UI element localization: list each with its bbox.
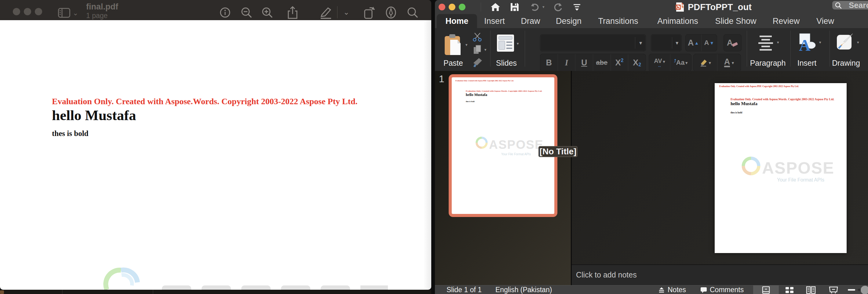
- tab-review[interactable]: Review: [772, 14, 800, 28]
- desktop-strip: [0, 290, 431, 294]
- sidebar-chevron-icon[interactable]: ⌄: [73, 9, 78, 17]
- slide-thumbnail[interactable]: Evaluation Only. Created with Aspose.PDF…: [449, 74, 557, 217]
- sidebar-toggle-icon[interactable]: [58, 8, 70, 18]
- info-icon[interactable]: [219, 7, 231, 18]
- zoom-out-icon[interactable]: [241, 7, 252, 18]
- slideshow-view-icon[interactable]: [829, 286, 838, 294]
- font-color-button[interactable]: A ▾: [717, 54, 741, 71]
- change-case-button[interactable]: ⤴ Aa▾: [671, 54, 691, 71]
- strikethrough-button[interactable]: abe: [593, 54, 611, 71]
- font-size-dropdown-icon[interactable]: ▼: [675, 41, 679, 45]
- slide-body-text: thes is bold: [731, 111, 742, 114]
- search-field[interactable]: Searc: [832, 1, 868, 9]
- zoom-slider-knob[interactable]: [861, 286, 868, 294]
- tab-design[interactable]: Design: [555, 14, 582, 28]
- character-spacing-button[interactable]: AV▾ ↔: [649, 54, 671, 71]
- tab-transitions[interactable]: Transitions: [597, 14, 640, 28]
- font-style-buttons: B I U abe X 2 X 2: [540, 54, 646, 71]
- normal-view-button[interactable]: [753, 286, 779, 294]
- notes-toggle-icon[interactable]: [658, 287, 665, 293]
- markup-highlight-icon[interactable]: [318, 6, 332, 19]
- slide-canvas[interactable]: Evaluation Only. Created with Aspose.PDF…: [715, 83, 847, 253]
- font-name-select[interactable]: ▼: [540, 34, 646, 51]
- notes-placeholder[interactable]: Click to add notes: [576, 270, 637, 279]
- rotate-icon[interactable]: [363, 5, 376, 20]
- minimize-button[interactable]: [24, 8, 31, 15]
- tab-draw[interactable]: Draw: [520, 14, 541, 28]
- zoom-button[interactable]: [35, 8, 42, 15]
- drawing-icon[interactable]: [836, 33, 855, 52]
- markup-chevron-icon[interactable]: ⌄: [343, 8, 349, 17]
- paste-dropdown-icon[interactable]: ▾: [465, 43, 468, 47]
- notes-pane[interactable]: Click to add notes: [572, 264, 868, 286]
- markup-pen-icon[interactable]: [385, 6, 397, 19]
- tab-slide-show[interactable]: Slide Show: [713, 14, 758, 28]
- reading-view-icon[interactable]: [806, 286, 816, 294]
- close-button[interactable]: [439, 4, 445, 10]
- format-painter-icon[interactable]: [472, 57, 483, 68]
- paste-label[interactable]: Paste: [440, 59, 466, 67]
- zoom-out-button[interactable]: [848, 289, 855, 291]
- redo-icon[interactable]: [553, 3, 563, 11]
- paragraph-label[interactable]: Paragraph: [749, 59, 786, 67]
- highlighter-icon: [700, 59, 708, 67]
- highlight-button[interactable]: ▾: [693, 54, 717, 71]
- comments-icon[interactable]: [700, 287, 707, 293]
- undo-icon[interactable]: [530, 3, 539, 11]
- tab-view[interactable]: View: [814, 14, 836, 28]
- clear-format-button[interactable]: A: [724, 34, 741, 51]
- new-slide-icon[interactable]: [497, 34, 514, 52]
- pdf-heading: hello Mustafa: [52, 107, 136, 123]
- paragraph-dropdown-icon[interactable]: ▾: [777, 40, 779, 44]
- subscript-button[interactable]: X 2: [628, 54, 646, 71]
- shrink-font-button[interactable]: A▼: [702, 34, 717, 51]
- tab-home[interactable]: Home: [437, 14, 477, 28]
- home-icon[interactable]: [491, 2, 500, 11]
- paragraph-icon[interactable]: [758, 35, 774, 52]
- toolbar-divider: [337, 6, 338, 18]
- clear-format-box: A: [723, 34, 742, 51]
- powerpoint-doc-icon: [676, 2, 684, 12]
- insert-label[interactable]: Insert: [793, 59, 821, 67]
- close-button[interactable]: [13, 8, 20, 15]
- desktop-fragment: [0, 290, 4, 294]
- grow-font-button[interactable]: A▲: [686, 34, 702, 51]
- font-name-dropdown-icon[interactable]: ▼: [638, 41, 643, 45]
- underline-button[interactable]: U: [576, 54, 593, 71]
- language-status[interactable]: English (Pakistan): [495, 286, 552, 294]
- minimize-button[interactable]: [449, 4, 455, 10]
- superscript-button[interactable]: X 2: [611, 54, 628, 71]
- customize-toolbar-icon[interactable]: [573, 4, 581, 11]
- slide-sorter-view-icon[interactable]: [785, 286, 794, 294]
- tab-insert[interactable]: Insert: [482, 14, 507, 28]
- undo-dropdown-icon[interactable]: ▾: [542, 5, 545, 9]
- slide-number: 1: [439, 74, 444, 85]
- drawing-dropdown-icon[interactable]: ▾: [857, 40, 859, 44]
- thumb-heading: hello Mustafa: [466, 93, 487, 97]
- slide-editor-area: Evaluation Only. Created with Aspose.PDF…: [572, 71, 868, 264]
- search-icon[interactable]: [407, 7, 418, 18]
- font-size-select[interactable]: ▼: [651, 34, 682, 51]
- save-icon[interactable]: [510, 2, 519, 11]
- copy-icon[interactable]: [473, 45, 482, 55]
- comments-label[interactable]: Comments: [710, 286, 744, 294]
- powerpoint-titlebar: ▾ PDFToPPT_out Searc: [435, 0, 868, 14]
- insert-icon[interactable]: A: [798, 33, 816, 52]
- italic-button[interactable]: I: [558, 54, 576, 71]
- svg-text:A: A: [799, 37, 811, 52]
- copy-dropdown-icon[interactable]: ▾: [485, 48, 487, 52]
- new-slide-dropdown-icon[interactable]: ▾: [517, 41, 519, 46]
- drawing-label[interactable]: Drawing: [831, 59, 861, 67]
- tab-animations[interactable]: Animations: [655, 14, 700, 28]
- bold-button[interactable]: B: [540, 54, 558, 71]
- zoom-in-icon[interactable]: [261, 7, 273, 18]
- aspose-watermark-swirl-partial: [95, 264, 147, 290]
- cut-icon[interactable]: [472, 32, 483, 41]
- zoom-button[interactable]: [459, 4, 465, 10]
- share-icon[interactable]: [286, 5, 299, 20]
- paste-icon[interactable]: [443, 34, 462, 56]
- slides-label[interactable]: Slides: [494, 59, 519, 67]
- notes-toggle-label[interactable]: Notes: [668, 286, 686, 294]
- thumb-pdf-eval-line: Evaluation Only. Created with Aspose.PDF…: [455, 80, 514, 82]
- insert-dropdown-icon[interactable]: ▾: [819, 40, 821, 44]
